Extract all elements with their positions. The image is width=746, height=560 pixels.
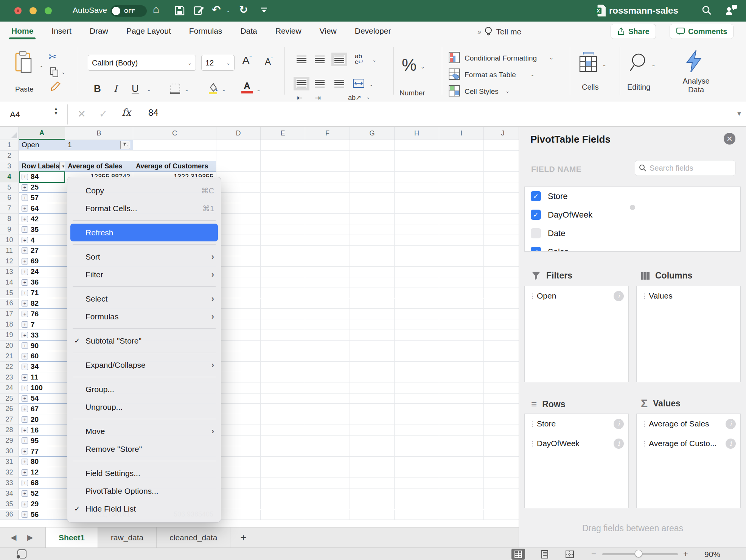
expand-item-icon[interactable]: + (22, 480, 28, 486)
grid-cell[interactable] (350, 224, 395, 235)
grid-cell[interactable] (484, 341, 519, 351)
grid-cell[interactable] (484, 277, 519, 288)
expand-item-icon[interactable]: + (22, 501, 28, 507)
panel-resize-handle[interactable] (630, 205, 635, 210)
grid-cell[interactable] (439, 362, 484, 372)
grid-cell[interactable] (305, 246, 350, 256)
conditional-formatting-icon[interactable] (449, 52, 460, 63)
grid-cell[interactable] (484, 319, 519, 330)
pivot-row-cell[interactable]: +68 (19, 478, 65, 488)
grid-cell[interactable] (261, 404, 305, 415)
edit-mode-icon[interactable] (194, 6, 204, 16)
search-fields-box[interactable] (635, 160, 735, 176)
column-header-C[interactable]: C (133, 127, 216, 140)
checked-checkbox[interactable]: ✓ (531, 247, 541, 252)
grid-cell[interactable] (216, 467, 261, 478)
row-header-27[interactable]: 27 (0, 414, 19, 425)
grid-cell[interactable] (484, 235, 519, 246)
row-labels-cell[interactable]: Row Labels▾↓ (19, 161, 65, 172)
grid-cell[interactable] (65, 151, 133, 161)
align-top-icon[interactable] (297, 56, 306, 63)
area-pill-average-of-sales[interactable]: ⋮Average of Salesi (637, 414, 740, 434)
paste-dropdown-icon[interactable]: ⌄ (39, 62, 44, 68)
grid-cell[interactable] (439, 203, 484, 214)
cell-styles-icon[interactable] (449, 85, 460, 96)
pivot-row-cell[interactable]: +35 (19, 224, 65, 235)
grid-cell[interactable] (261, 446, 305, 457)
grid-cell[interactable] (395, 256, 439, 267)
expand-item-icon[interactable]: + (22, 184, 28, 191)
grid-cell[interactable] (395, 425, 439, 436)
grid-cell[interactable] (305, 299, 350, 309)
grid-cell[interactable] (350, 467, 395, 478)
grid-cell[interactable] (484, 161, 519, 172)
grid-cell[interactable] (395, 467, 439, 478)
grid-cell[interactable] (305, 478, 350, 488)
b1-filter-button[interactable] (120, 141, 130, 149)
grid-cell[interactable] (484, 203, 519, 214)
grid-cell[interactable] (305, 467, 350, 478)
row-header-15[interactable]: 15 (0, 288, 19, 299)
grid-cell[interactable] (439, 478, 484, 488)
expand-item-icon[interactable]: + (22, 321, 28, 328)
grid-cell[interactable] (350, 436, 395, 446)
grid-cell[interactable] (350, 299, 395, 309)
copy-icon[interactable] (50, 67, 59, 78)
expand-item-icon[interactable]: + (22, 226, 28, 233)
row-header-20[interactable]: 20 (0, 341, 19, 351)
grid-cell[interactable] (261, 372, 305, 383)
grid-cell[interactable] (216, 446, 261, 457)
field-row-store[interactable]: ✓Store (525, 187, 740, 205)
grid-cell[interactable] (395, 372, 439, 383)
increase-indent-icon[interactable]: ⇥ (315, 93, 321, 102)
grid-cell[interactable] (305, 140, 350, 151)
macro-record-icon[interactable] (17, 549, 26, 558)
add-sheet-button[interactable]: + (230, 527, 256, 548)
grid-cell[interactable] (484, 288, 519, 299)
grid-cell[interactable] (216, 319, 261, 330)
row-header-24[interactable]: 24 (0, 383, 19, 394)
expand-item-icon[interactable]: + (22, 205, 28, 212)
align-bottom-icon[interactable] (334, 56, 344, 63)
grid-cell[interactable] (350, 309, 395, 319)
font-color-icon[interactable]: A (241, 81, 253, 93)
customize-toolbar-icon[interactable] (260, 7, 268, 14)
page-layout-view-icon[interactable] (538, 549, 552, 560)
area-pill-open[interactable]: ⋮Openi (525, 286, 628, 306)
grid-cell[interactable] (439, 309, 484, 319)
grid-cell[interactable] (216, 341, 261, 351)
expand-item-icon[interactable]: + (22, 342, 28, 349)
pivot-row-cell[interactable]: +7 (19, 319, 65, 330)
grid-cell[interactable] (216, 488, 261, 499)
expand-item-icon[interactable]: + (22, 311, 28, 317)
grid-cell[interactable] (395, 193, 439, 204)
grid-cell[interactable] (484, 182, 519, 193)
grid-cell[interactable] (261, 351, 305, 362)
info-icon[interactable]: i (726, 419, 736, 429)
pivot-row-cell[interactable]: +64 (19, 203, 65, 214)
grid-cell[interactable] (350, 446, 395, 457)
grid-cell[interactable] (484, 193, 519, 204)
grid-cell[interactable] (484, 172, 519, 182)
expand-item-icon[interactable]: + (22, 374, 28, 381)
grid-cell[interactable] (261, 510, 305, 520)
pivot-row-cell[interactable]: +29 (19, 499, 65, 510)
drag-handle-icon[interactable]: ⋮ (641, 440, 645, 448)
area-pill-store[interactable]: ⋮Storei (525, 414, 628, 434)
pivot-row-cell[interactable]: +100 (19, 383, 65, 394)
grid-cell[interactable] (395, 414, 439, 425)
grid-cell[interactable] (350, 457, 395, 467)
grid-cell[interactable] (484, 436, 519, 446)
row-header-1[interactable]: 1 (0, 140, 19, 151)
grid-cell[interactable] (305, 446, 350, 457)
grid-cell[interactable] (395, 330, 439, 341)
grid-cell[interactable] (350, 414, 395, 425)
grid-cell[interactable] (261, 161, 305, 172)
sheet-tab-cleaned_data[interactable]: cleaned_data (157, 527, 230, 548)
row-header-8[interactable]: 8 (0, 214, 19, 224)
align-left-icon[interactable] (297, 80, 306, 87)
cells-dropdown-icon[interactable]: ⌄ (602, 62, 606, 67)
checked-checkbox[interactable]: ✓ (531, 210, 541, 220)
grid-cell[interactable] (261, 436, 305, 446)
grid-cell[interactable] (395, 140, 439, 151)
